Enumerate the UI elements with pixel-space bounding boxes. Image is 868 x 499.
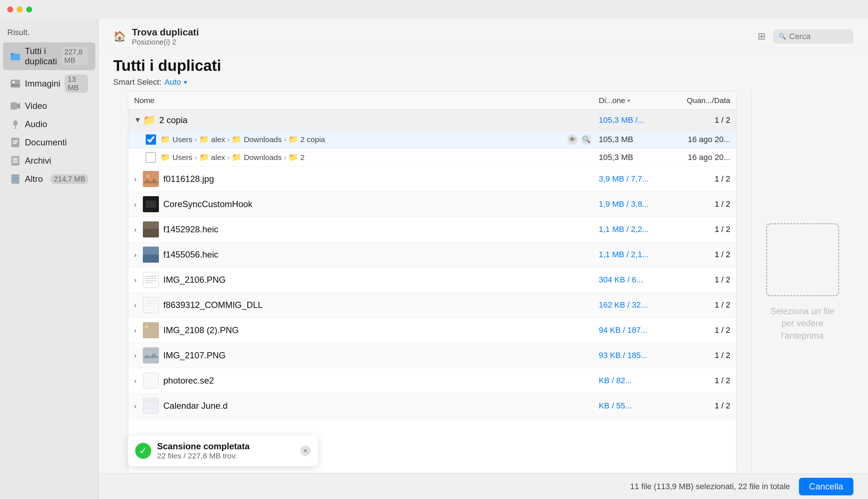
table-header: Nome Di...one ▾ Quan.../Data bbox=[128, 92, 736, 110]
sub-checkbox-2[interactable] bbox=[146, 152, 156, 163]
file-name-4: IMG_2106.PNG bbox=[163, 275, 599, 285]
file-count-4: 1 / 2 bbox=[672, 275, 730, 285]
svg-rect-41 bbox=[143, 373, 159, 388]
search-icon: 🔍 bbox=[779, 33, 786, 40]
smart-select-dropdown[interactable]: Auto bbox=[164, 77, 181, 87]
file-row-3: › f1455056.heic 1,1 MB / 2,1... 1 / 2 bbox=[128, 242, 736, 267]
toast-title: Scansione completata bbox=[157, 441, 294, 452]
svg-rect-2 bbox=[11, 80, 20, 88]
sidebar-item-altro-badge: 214,7 MB bbox=[51, 174, 88, 184]
sidebar-item-immagini-label: Immagini bbox=[25, 79, 60, 89]
file-chevron-6[interactable]: › bbox=[134, 326, 143, 335]
sidebar-item-video[interactable]: Video bbox=[3, 97, 95, 115]
sidebar-item-documenti-label: Documenti bbox=[25, 137, 88, 148]
file-thumb-4 bbox=[143, 272, 159, 288]
image-icon bbox=[10, 79, 20, 89]
sidebar-item-tutti-badge: 227,8 MB bbox=[61, 47, 88, 65]
sidebar-item-archivi[interactable]: Archivi bbox=[3, 152, 95, 169]
breadcrumb-folder-icon-4: 📁 bbox=[288, 135, 298, 144]
eye-button[interactable]: 👁 bbox=[567, 134, 578, 145]
traffic-light-green[interactable] bbox=[26, 7, 32, 12]
breadcrumb-downloads-2: Downloads bbox=[244, 153, 282, 162]
sub-date-2: 16 ago 20... bbox=[672, 153, 730, 162]
file-count-5: 1 / 2 bbox=[672, 300, 730, 310]
svg-rect-43 bbox=[145, 400, 157, 403]
file-chevron-2[interactable]: › bbox=[134, 225, 143, 234]
file-name-0: f0116128.jpg bbox=[163, 174, 599, 184]
group-row-2copia[interactable]: ▼ 📁 2 copia 105,3 MB /... 1 / 2 bbox=[128, 110, 736, 131]
header-title-block: Trova duplicati Posizione(i) 2 bbox=[132, 27, 199, 46]
breadcrumb-folder-icon-6: 📁 bbox=[199, 153, 209, 162]
svg-rect-40 bbox=[143, 347, 159, 363]
breadcrumb-downloads: Downloads bbox=[244, 135, 282, 144]
file-size-5: 162 KB / 32... bbox=[599, 300, 672, 310]
page-main-title: Tutti i duplicati bbox=[113, 57, 853, 75]
file-chevron-3[interactable]: › bbox=[134, 251, 143, 259]
preview-dashed-box bbox=[766, 223, 839, 296]
file-chevron-7[interactable]: › bbox=[134, 351, 143, 360]
traffic-light-yellow[interactable] bbox=[17, 7, 23, 12]
file-chevron-5[interactable]: › bbox=[134, 301, 143, 309]
svg-rect-38 bbox=[143, 322, 159, 338]
file-row-1: › CoreSyncCustomHook 1,9 MB / 3,8... 1 /… bbox=[128, 192, 736, 217]
breadcrumb-users: Users bbox=[172, 135, 193, 144]
bottom-bar: 11 file (113,9 MB) selezionati, 22 file … bbox=[99, 473, 868, 499]
sub-actions-1: 👁 🔍 bbox=[567, 134, 591, 145]
file-row-5: › f8639312_COMMIG_DLL 162 KB / 32... 1 /… bbox=[128, 293, 736, 318]
search-input[interactable] bbox=[789, 32, 848, 41]
toast-close-button[interactable]: × bbox=[300, 446, 311, 456]
page-title-area: Tutti i duplicati Smart Select: Auto ▾ bbox=[99, 48, 868, 91]
sidebar-item-audio[interactable]: Audio bbox=[3, 115, 95, 133]
sidebar-item-documenti[interactable]: Documenti bbox=[3, 134, 95, 151]
file-size-0: 3,9 MB / 7,7... bbox=[599, 174, 672, 184]
sub-checkbox-1[interactable] bbox=[146, 134, 156, 145]
folder-icon bbox=[10, 51, 20, 61]
file-chevron-9[interactable]: › bbox=[134, 402, 143, 410]
file-chevron-1[interactable]: › bbox=[134, 200, 143, 209]
traffic-light-red[interactable] bbox=[7, 7, 13, 12]
preview-placeholder-text: Seleziona un file per vedere l'anteprima bbox=[766, 305, 839, 342]
sidebar-item-audio-label: Audio bbox=[25, 119, 88, 129]
file-chevron-0[interactable]: › bbox=[134, 175, 143, 183]
sidebar-item-immagini[interactable]: Immagini 13 MB bbox=[3, 71, 95, 96]
file-count-2: 1 / 2 bbox=[672, 225, 730, 234]
file-chevron-8[interactable]: › bbox=[134, 377, 143, 385]
group-size: 105,3 MB /... bbox=[599, 115, 672, 125]
col-header-quantity: Quan.../Data bbox=[672, 96, 730, 105]
svg-rect-35 bbox=[146, 300, 156, 302]
sidebar-item-tutti[interactable]: Tutti i duplicati 227,8 MB bbox=[3, 42, 95, 70]
sidebar-item-altro[interactable]: Altro 214,7 MB bbox=[3, 170, 95, 188]
file-size-9: KB / 55... bbox=[599, 401, 672, 411]
app-container: Risult. Tutti i duplicati 227,8 MB Immag… bbox=[0, 0, 868, 499]
home-icon[interactable]: 🏠 bbox=[113, 30, 126, 42]
preview-panel: Seleziona un file per vedere l'anteprima bbox=[751, 91, 853, 473]
sub-row-1: 📁 Users › 📁 alex › 📁 Downloads › 📁 2 cop… bbox=[128, 131, 736, 149]
file-chevron-4[interactable]: › bbox=[134, 276, 143, 284]
cancel-button[interactable]: Cancella bbox=[799, 478, 853, 495]
breadcrumb-users-2: Users bbox=[172, 153, 193, 162]
file-row-0: › f0116128.jpg 3,9 MB / 7,7... 1 / 2 bbox=[128, 167, 736, 192]
sidebar-item-immagini-badge: 13 MB bbox=[65, 75, 88, 93]
sidebar: Risult. Tutti i duplicati 227,8 MB Immag… bbox=[0, 19, 99, 499]
layout-toggle-button[interactable]: ⊞ bbox=[758, 31, 766, 42]
col-header-name: Nome bbox=[134, 96, 599, 105]
breadcrumb-alex-2: alex bbox=[211, 153, 225, 162]
breadcrumb-2: 2 bbox=[300, 153, 305, 162]
search-location-button[interactable]: 🔍 bbox=[581, 134, 591, 145]
file-name-3: f1455056.heic bbox=[163, 250, 599, 260]
search-bar[interactable]: 🔍 bbox=[773, 30, 853, 43]
col-header-dimension[interactable]: Di...one ▾ bbox=[599, 96, 672, 105]
file-thumb-8 bbox=[143, 373, 159, 389]
doc-icon bbox=[10, 137, 20, 148]
header-left: 🏠 Trova duplicati Posizione(i) 2 bbox=[113, 27, 199, 46]
file-count-7: 1 / 2 bbox=[672, 351, 730, 360]
archive-icon bbox=[10, 156, 20, 166]
group-chevron-icon[interactable]: ▼ bbox=[134, 116, 143, 124]
audio-icon bbox=[10, 119, 20, 129]
smart-select-bar: Smart Select: Auto ▾ bbox=[113, 77, 853, 87]
smart-select-chevron-icon[interactable]: ▾ bbox=[184, 78, 187, 86]
sidebar-item-tutti-label: Tutti i duplicati bbox=[25, 46, 57, 66]
breadcrumb-folder-icon-5: 📁 bbox=[160, 153, 170, 162]
breadcrumb-folder-icon-8: 📁 bbox=[288, 153, 298, 162]
file-size-2: 1,1 MB / 2,2... bbox=[599, 225, 672, 234]
